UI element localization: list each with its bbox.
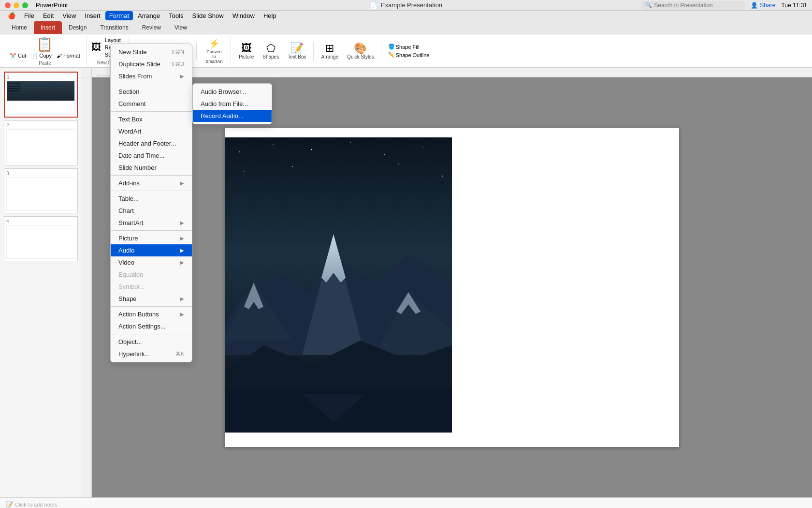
dropdown-overlay[interactable]: New Slide ⇧⌘N Duplicate Slide ⇧⌘D Slides… bbox=[0, 0, 812, 508]
dup-slide-label: Duplicate Slide bbox=[118, 60, 160, 68]
equation-label: Equation bbox=[118, 271, 143, 278]
menu-addins[interactable]: Add-ins ▶ bbox=[111, 177, 192, 189]
menu-table[interactable]: Table... bbox=[111, 193, 192, 205]
slides-from-label: Slides From bbox=[118, 73, 152, 80]
symbol-label: Symbol... bbox=[118, 283, 145, 290]
slide-number-label: Slide Number bbox=[118, 164, 157, 171]
menu-header-footer[interactable]: Header and Footer... bbox=[111, 137, 192, 149]
section-label: Section bbox=[118, 88, 139, 95]
menu-video[interactable]: Video ▶ bbox=[111, 256, 192, 269]
sep-3 bbox=[111, 175, 192, 176]
addins-arrow: ▶ bbox=[180, 180, 184, 186]
picture-menu-label: Picture bbox=[118, 235, 138, 242]
new-slide-shortcut: ⇧⌘N bbox=[171, 49, 184, 55]
sep-2 bbox=[111, 111, 192, 112]
video-label: Video bbox=[118, 259, 134, 266]
action-buttons-label: Action Buttons bbox=[118, 311, 159, 318]
action-buttons-arrow: ▶ bbox=[180, 312, 184, 317]
menu-action-settings[interactable]: Action Settings... bbox=[111, 320, 192, 332]
menu-slides-from[interactable]: Slides From ▶ bbox=[111, 70, 192, 82]
wordart-label: WordArt bbox=[118, 128, 141, 135]
menu-section[interactable]: Section bbox=[111, 86, 192, 98]
shape-arrow: ▶ bbox=[180, 296, 184, 301]
new-slide-label: New Slide bbox=[118, 48, 147, 56]
audio-browser-item[interactable]: Audio Browser... bbox=[193, 86, 272, 98]
menu-slide-number[interactable]: Slide Number bbox=[111, 162, 192, 174]
sep-6 bbox=[111, 306, 192, 307]
slides-from-arrow: ▶ bbox=[180, 74, 184, 79]
chart-label: Chart bbox=[118, 207, 134, 214]
menu-audio[interactable]: Audio ▶ bbox=[111, 244, 192, 256]
smartart-arrow: ▶ bbox=[180, 220, 184, 225]
sep-5 bbox=[111, 230, 192, 231]
audio-submenu: Audio Browser... Audio from File... Reco… bbox=[192, 83, 272, 124]
action-settings-label: Action Settings... bbox=[118, 323, 166, 330]
sep-1 bbox=[111, 84, 192, 84]
comment-label: Comment bbox=[118, 100, 145, 107]
smartart-label: SmartArt bbox=[118, 219, 143, 226]
menu-comment[interactable]: Comment bbox=[111, 98, 192, 110]
menu-date-time[interactable]: Date and Time... bbox=[111, 149, 192, 162]
menu-action-buttons[interactable]: Action Buttons ▶ bbox=[111, 308, 192, 320]
menu-symbol: Symbol... bbox=[111, 281, 192, 293]
menu-duplicate-slide[interactable]: Duplicate Slide ⇧⌘D bbox=[111, 58, 192, 70]
shape-label: Shape bbox=[118, 295, 137, 302]
audio-arrow: ▶ bbox=[180, 248, 184, 253]
menu-picture[interactable]: Picture ▶ bbox=[111, 232, 192, 244]
picture-arrow: ▶ bbox=[180, 236, 184, 241]
table-label: Table... bbox=[118, 195, 139, 202]
hyperlink-shortcut: ⌘K bbox=[175, 351, 184, 357]
video-arrow: ▶ bbox=[180, 260, 184, 265]
insert-dropdown-menu: New Slide ⇧⌘N Duplicate Slide ⇧⌘D Slides… bbox=[110, 44, 192, 362]
sep-7 bbox=[111, 334, 192, 334]
dup-slide-shortcut: ⇧⌘D bbox=[171, 61, 184, 67]
menu-shape[interactable]: Shape ▶ bbox=[111, 293, 192, 305]
menu-equation: Equation bbox=[111, 269, 192, 281]
audio-label: Audio bbox=[118, 247, 134, 254]
addins-label: Add-ins bbox=[118, 179, 140, 187]
textbox-menu-label: Text Box bbox=[118, 116, 143, 123]
audio-from-file-item[interactable]: Audio from File... bbox=[193, 98, 272, 110]
sep-4 bbox=[111, 191, 192, 191]
menu-textbox[interactable]: Text Box bbox=[111, 113, 192, 125]
menu-hyperlink[interactable]: Hyperlink... ⌘K bbox=[111, 348, 192, 360]
record-audio-item[interactable]: Record Audio... bbox=[193, 110, 272, 122]
hyperlink-label: Hyperlink... bbox=[118, 350, 150, 358]
menu-chart[interactable]: Chart bbox=[111, 205, 192, 217]
menu-new-slide[interactable]: New Slide ⇧⌘N bbox=[111, 46, 192, 58]
menu-object[interactable]: Object... bbox=[111, 336, 192, 348]
date-time-label: Date and Time... bbox=[118, 152, 164, 159]
object-label: Object... bbox=[118, 338, 142, 345]
menu-wordart[interactable]: WordArt bbox=[111, 125, 192, 137]
header-footer-label: Header and Footer... bbox=[118, 140, 176, 147]
menu-smartart[interactable]: SmartArt ▶ bbox=[111, 217, 192, 229]
